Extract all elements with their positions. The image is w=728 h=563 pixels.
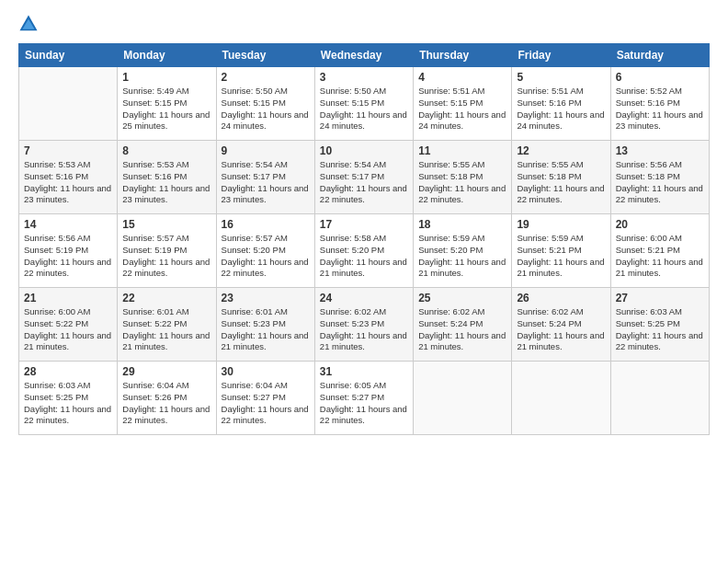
day-number: 8 — [122, 144, 210, 157]
weekday-header: Saturday — [610, 44, 709, 67]
day-info: Sunrise: 5:54 AMSunset: 5:17 PMDaylight:… — [320, 159, 408, 206]
calendar-day-cell: 15Sunrise: 5:57 AMSunset: 5:19 PMDayligh… — [118, 214, 216, 288]
calendar-day-cell: 3Sunrise: 5:50 AMSunset: 5:15 PMDaylight… — [314, 67, 413, 141]
weekday-header: Friday — [512, 44, 610, 67]
calendar-day-cell: 9Sunrise: 5:54 AMSunset: 5:17 PMDaylight… — [216, 141, 314, 214]
calendar-day-cell: 10Sunrise: 5:54 AMSunset: 5:17 PMDayligh… — [314, 141, 413, 214]
day-info: Sunrise: 6:04 AMSunset: 5:27 PMDaylight:… — [222, 380, 310, 427]
day-number: 25 — [418, 292, 506, 304]
day-info: Sunrise: 6:00 AMSunset: 5:22 PMDaylight:… — [24, 306, 112, 353]
day-number: 14 — [24, 218, 112, 231]
calendar-week-row: 7Sunrise: 5:53 AMSunset: 5:16 PMDaylight… — [19, 141, 710, 214]
calendar-day-cell: 28Sunrise: 6:03 AMSunset: 5:25 PMDayligh… — [19, 362, 118, 435]
calendar-day-cell: 14Sunrise: 5:56 AMSunset: 5:19 PMDayligh… — [19, 214, 118, 288]
day-info: Sunrise: 6:01 AMSunset: 5:23 PMDaylight:… — [222, 306, 310, 353]
day-info: Sunrise: 5:53 AMSunset: 5:16 PMDaylight:… — [24, 159, 112, 206]
weekday-header: Wednesday — [314, 44, 413, 67]
day-number: 7 — [24, 144, 112, 157]
calendar-day-cell: 19Sunrise: 5:59 AMSunset: 5:21 PMDayligh… — [512, 214, 610, 288]
day-number: 11 — [418, 144, 506, 157]
day-number: 28 — [24, 365, 112, 378]
day-info: Sunrise: 6:05 AMSunset: 5:27 PMDaylight:… — [320, 380, 408, 427]
calendar-day-cell: 25Sunrise: 6:02 AMSunset: 5:24 PMDayligh… — [414, 288, 512, 362]
day-number: 9 — [222, 144, 310, 157]
day-info: Sunrise: 5:56 AMSunset: 5:18 PMDaylight:… — [616, 159, 704, 206]
day-number: 13 — [616, 144, 704, 157]
day-info: Sunrise: 6:01 AMSunset: 5:22 PMDaylight:… — [122, 306, 210, 353]
day-number: 17 — [320, 218, 408, 231]
day-info: Sunrise: 6:03 AMSunset: 5:25 PMDaylight:… — [616, 306, 704, 353]
day-number: 15 — [122, 218, 210, 231]
calendar-day-cell: 13Sunrise: 5:56 AMSunset: 5:18 PMDayligh… — [610, 141, 709, 214]
weekday-header: Sunday — [19, 44, 118, 67]
day-info: Sunrise: 6:02 AMSunset: 5:24 PMDaylight:… — [517, 306, 605, 353]
day-info: Sunrise: 5:50 AMSunset: 5:15 PMDaylight:… — [320, 86, 408, 132]
calendar-day-cell: 21Sunrise: 6:00 AMSunset: 5:22 PMDayligh… — [19, 288, 118, 362]
calendar-day-cell — [414, 362, 512, 435]
day-number: 18 — [418, 218, 506, 231]
day-info: Sunrise: 5:51 AMSunset: 5:15 PMDaylight:… — [418, 86, 506, 132]
calendar-day-cell: 7Sunrise: 5:53 AMSunset: 5:16 PMDaylight… — [19, 141, 118, 214]
day-info: Sunrise: 5:58 AMSunset: 5:20 PMDaylight:… — [320, 233, 408, 280]
calendar-day-cell: 18Sunrise: 5:59 AMSunset: 5:20 PMDayligh… — [414, 214, 512, 288]
weekday-header: Thursday — [414, 44, 512, 67]
day-info: Sunrise: 5:52 AMSunset: 5:16 PMDaylight:… — [616, 86, 704, 132]
day-number: 4 — [418, 71, 506, 84]
calendar-day-cell — [19, 67, 118, 141]
day-info: Sunrise: 5:57 AMSunset: 5:19 PMDaylight:… — [122, 233, 210, 280]
weekday-header: Tuesday — [216, 44, 314, 67]
day-info: Sunrise: 5:51 AMSunset: 5:16 PMDaylight:… — [517, 86, 605, 132]
calendar-day-cell — [512, 362, 610, 435]
calendar-day-cell: 30Sunrise: 6:04 AMSunset: 5:27 PMDayligh… — [216, 362, 314, 435]
day-info: Sunrise: 5:59 AMSunset: 5:21 PMDaylight:… — [517, 233, 605, 280]
day-number: 26 — [517, 292, 605, 304]
day-number: 21 — [24, 292, 112, 304]
calendar-day-cell: 1Sunrise: 5:49 AMSunset: 5:15 PMDaylight… — [118, 67, 216, 141]
calendar-day-cell: 26Sunrise: 6:02 AMSunset: 5:24 PMDayligh… — [512, 288, 610, 362]
day-number: 12 — [517, 144, 605, 157]
day-info: Sunrise: 6:04 AMSunset: 5:26 PMDaylight:… — [122, 380, 210, 427]
calendar-day-cell: 8Sunrise: 5:53 AMSunset: 5:16 PMDaylight… — [118, 141, 216, 214]
day-number: 24 — [320, 292, 408, 304]
calendar-week-row: 21Sunrise: 6:00 AMSunset: 5:22 PMDayligh… — [19, 288, 710, 362]
day-info: Sunrise: 6:03 AMSunset: 5:25 PMDaylight:… — [24, 380, 112, 427]
day-number: 20 — [616, 218, 704, 231]
day-number: 2 — [222, 71, 310, 84]
day-number: 3 — [320, 71, 408, 84]
header — [18, 14, 710, 34]
day-info: Sunrise: 5:49 AMSunset: 5:15 PMDaylight:… — [122, 86, 210, 132]
calendar-day-cell: 23Sunrise: 6:01 AMSunset: 5:23 PMDayligh… — [216, 288, 314, 362]
logo-icon — [18, 14, 39, 34]
day-info: Sunrise: 5:57 AMSunset: 5:20 PMDaylight:… — [222, 233, 310, 280]
calendar-day-cell: 2Sunrise: 5:50 AMSunset: 5:15 PMDaylight… — [216, 67, 314, 141]
calendar-day-cell: 31Sunrise: 6:05 AMSunset: 5:27 PMDayligh… — [314, 362, 413, 435]
day-info: Sunrise: 5:50 AMSunset: 5:15 PMDaylight:… — [222, 86, 310, 132]
day-info: Sunrise: 5:59 AMSunset: 5:20 PMDaylight:… — [418, 233, 506, 280]
day-number: 31 — [320, 365, 408, 378]
page: SundayMondayTuesdayWednesdayThursdayFrid… — [0, 0, 728, 563]
day-number: 16 — [222, 218, 310, 231]
calendar-day-cell: 24Sunrise: 6:02 AMSunset: 5:23 PMDayligh… — [314, 288, 413, 362]
day-info: Sunrise: 6:00 AMSunset: 5:21 PMDaylight:… — [616, 233, 704, 280]
calendar-table: SundayMondayTuesdayWednesdayThursdayFrid… — [18, 43, 710, 435]
day-number: 22 — [122, 292, 210, 304]
logo — [18, 14, 42, 34]
day-info: Sunrise: 5:53 AMSunset: 5:16 PMDaylight:… — [122, 159, 210, 206]
day-number: 1 — [122, 71, 210, 84]
day-number: 19 — [517, 218, 605, 231]
day-info: Sunrise: 6:02 AMSunset: 5:23 PMDaylight:… — [320, 306, 408, 353]
calendar-day-cell: 6Sunrise: 5:52 AMSunset: 5:16 PMDaylight… — [610, 67, 709, 141]
day-info: Sunrise: 5:56 AMSunset: 5:19 PMDaylight:… — [24, 233, 112, 280]
calendar-week-row: 28Sunrise: 6:03 AMSunset: 5:25 PMDayligh… — [19, 362, 710, 435]
calendar-day-cell: 17Sunrise: 5:58 AMSunset: 5:20 PMDayligh… — [314, 214, 413, 288]
day-info: Sunrise: 5:54 AMSunset: 5:17 PMDaylight:… — [222, 159, 310, 206]
calendar-day-cell: 27Sunrise: 6:03 AMSunset: 5:25 PMDayligh… — [610, 288, 709, 362]
calendar-day-cell: 20Sunrise: 6:00 AMSunset: 5:21 PMDayligh… — [610, 214, 709, 288]
calendar-day-cell: 29Sunrise: 6:04 AMSunset: 5:26 PMDayligh… — [118, 362, 216, 435]
day-number: 6 — [616, 71, 704, 84]
calendar-day-cell: 5Sunrise: 5:51 AMSunset: 5:16 PMDaylight… — [512, 67, 610, 141]
day-info: Sunrise: 5:55 AMSunset: 5:18 PMDaylight:… — [418, 159, 506, 206]
calendar-week-row: 1Sunrise: 5:49 AMSunset: 5:15 PMDaylight… — [19, 67, 710, 141]
day-info: Sunrise: 6:02 AMSunset: 5:24 PMDaylight:… — [418, 306, 506, 353]
calendar-day-cell: 4Sunrise: 5:51 AMSunset: 5:15 PMDaylight… — [414, 67, 512, 141]
